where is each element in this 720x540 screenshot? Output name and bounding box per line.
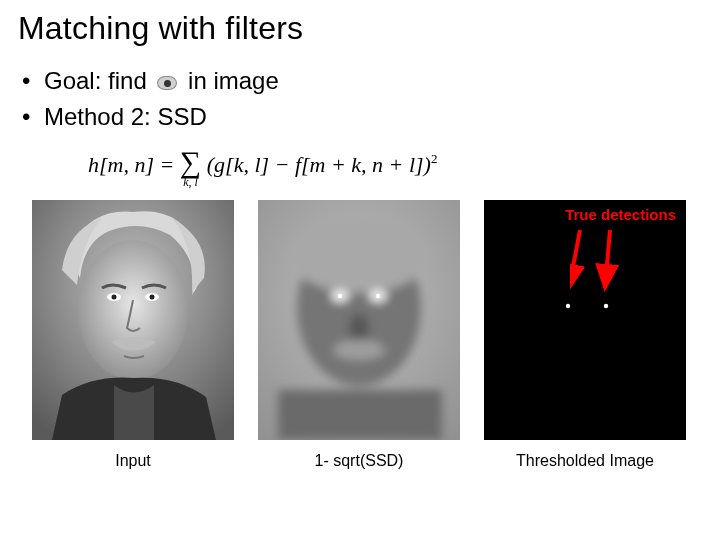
- svg-point-1: [78, 240, 188, 380]
- bullet-list: Goal: find in image Method 2: SSD: [22, 65, 720, 134]
- svg-point-12: [333, 340, 385, 360]
- svg-rect-13: [278, 390, 442, 440]
- formula: h[m, n] = ∑ k, l (g[k, l] − f[m + k, n +…: [88, 144, 720, 190]
- threshold-image: True detections: [484, 200, 686, 440]
- goal-text-post: in image: [188, 67, 279, 94]
- formula-body: (g[k, l] − f[m + k, n + l]): [207, 152, 431, 177]
- svg-point-14: [338, 294, 342, 298]
- formula-sigma: ∑ k, l: [180, 144, 201, 190]
- bullet-goal: Goal: find in image: [22, 65, 720, 97]
- svg-point-17: [566, 304, 570, 308]
- eye-icon: [157, 76, 177, 90]
- panel-threshold: True detections Thresholded Image: [484, 200, 686, 470]
- svg-line-20: [605, 230, 610, 288]
- svg-point-15: [376, 294, 380, 298]
- ssd-caption: 1- sqrt(SSD): [315, 452, 404, 470]
- formula-lhs: h[m, n] =: [88, 152, 180, 177]
- bullet-method: Method 2: SSD: [22, 101, 720, 133]
- svg-point-8: [289, 217, 429, 293]
- svg-point-5: [150, 294, 155, 299]
- threshold-caption: Thresholded Image: [516, 452, 654, 470]
- svg-line-19: [570, 230, 580, 288]
- panel-input: Input: [32, 200, 234, 470]
- goal-text-pre: Goal: find: [44, 67, 147, 94]
- slide-root: Matching with filters Goal: find in imag…: [0, 0, 720, 540]
- slide-title: Matching with filters: [18, 10, 720, 47]
- input-image: [32, 200, 234, 440]
- input-caption: Input: [115, 452, 151, 470]
- arrow-icon: [570, 228, 640, 300]
- svg-point-18: [604, 304, 608, 308]
- svg-point-3: [112, 294, 117, 299]
- panels-row: Input: [32, 200, 720, 470]
- panel-ssd: 1- sqrt(SSD): [258, 200, 460, 470]
- formula-exp: 2: [431, 151, 438, 166]
- ssd-image: [258, 200, 460, 440]
- true-detections-label: True detections: [565, 206, 676, 223]
- svg-point-11: [349, 314, 369, 342]
